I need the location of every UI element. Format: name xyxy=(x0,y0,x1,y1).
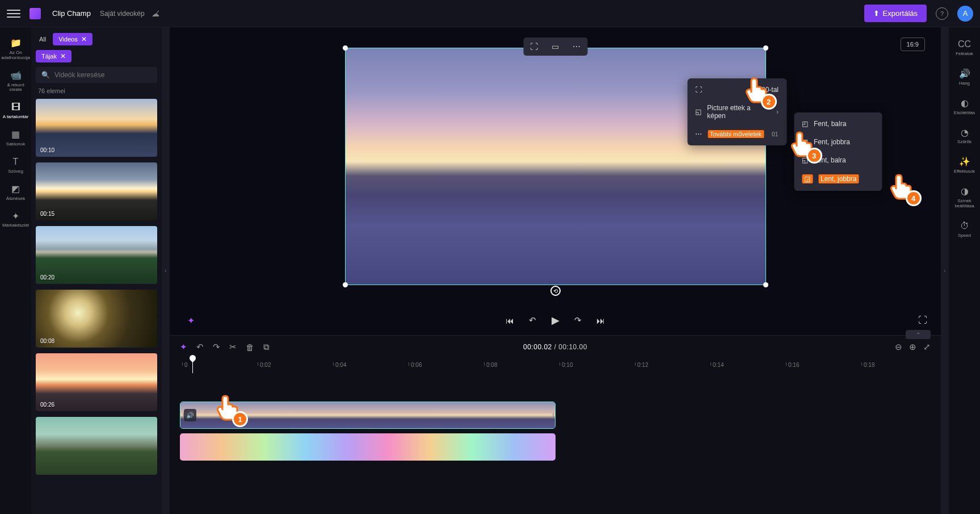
context-menu: ⛶ 900-tal ◱ Picture ettek a képen › ⋯ To… xyxy=(687,78,786,145)
media-thumbnail[interactable]: 00:20 xyxy=(36,226,157,284)
chip-videos[interactable]: Videos ✕ xyxy=(53,33,92,45)
delete-button[interactable]: 🗑 xyxy=(246,342,254,352)
chip-landscapes[interactable]: Tájak ✕ xyxy=(36,50,71,62)
rail--t-n-sek[interactable]: ◩Átúnések xyxy=(0,180,31,205)
zoom-out-button[interactable]: ⊖ xyxy=(895,342,902,352)
rail-icon: ▦ xyxy=(10,129,22,140)
timeline-ruler[interactable]: 00:020:040:060:080:100:120:140:160:18 xyxy=(180,358,941,373)
playhead[interactable] xyxy=(192,358,193,373)
rail-label: Hang xyxy=(959,81,970,86)
search-input[interactable]: 🔍 xyxy=(36,67,157,83)
play-button[interactable]: ▶ xyxy=(549,314,562,327)
rail-sz-nek-be-ll-t-sa[interactable]: ◑Színek beállítása xyxy=(949,182,980,212)
app-logo xyxy=(30,8,41,19)
media-thumbnail[interactable]: 00:15 xyxy=(36,162,157,220)
rail-effektusok[interactable]: ✨Effektusok xyxy=(949,153,980,178)
sub-bottom-left[interactable]: ◱Lent, balra xyxy=(794,151,882,169)
close-icon[interactable]: ✕ xyxy=(81,35,87,43)
media-panel: All Videos ✕ Tájak ✕ 🔍 76 elemei 00:1000… xyxy=(31,27,162,514)
skip-end-button[interactable]: ⏭ xyxy=(595,314,607,327)
timeline-expand[interactable]: ⌃ xyxy=(906,330,931,339)
skip-start-button[interactable]: ⏮ xyxy=(504,314,516,327)
rail-els-t-t-t-s[interactable]: ◐Elsötétítás xyxy=(949,94,980,119)
media-thumbnail[interactable] xyxy=(36,417,157,475)
app-name: Clip Champ xyxy=(52,9,91,18)
ai-tool[interactable]: ✦ xyxy=(180,342,187,352)
ctx-item-pip[interactable]: ◱ Picture ettek a képen › xyxy=(687,99,786,125)
zoom-fit-button[interactable]: ⤢ xyxy=(923,342,931,352)
thumbnail-duration: 00:20 xyxy=(40,274,54,281)
ai-enhance-button[interactable]: ✦ xyxy=(183,313,198,328)
upload-icon: ⬆ xyxy=(873,9,880,18)
resize-handle-br[interactable] xyxy=(763,282,768,287)
rail-speed[interactable]: ⏱Speed xyxy=(949,217,980,242)
ctx-item-more[interactable]: ⋯ További műveletek 01 xyxy=(687,125,786,143)
redo-button[interactable]: ↷ xyxy=(213,342,220,352)
search-field[interactable] xyxy=(54,71,152,79)
rail-sz-veg[interactable]: TSzöveg xyxy=(0,153,31,178)
rail-sz-r-k[interactable]: ◔Szűrők xyxy=(949,123,980,148)
media-thumbnail[interactable]: 00:08 xyxy=(36,290,157,348)
zoom-in-button[interactable]: ⊕ xyxy=(909,342,916,352)
fit-tool[interactable]: ▭ xyxy=(545,37,566,56)
video-track-clip[interactable]: || 🔊 || xyxy=(180,402,556,429)
rail-label: Effektusok xyxy=(954,169,975,174)
cut-button[interactable]: ✂ xyxy=(229,342,237,352)
resize-handle-tl[interactable] xyxy=(343,45,348,51)
ruler-tick: 0:10 xyxy=(562,362,573,368)
rail-hang[interactable]: 🔊Hang xyxy=(949,65,980,90)
undo-button[interactable]: ↶ xyxy=(196,342,204,352)
help-button[interactable]: ? xyxy=(936,7,948,20)
sub-top-right[interactable]: ◳Fent, jobbra xyxy=(794,133,882,151)
close-icon[interactable]: ✕ xyxy=(60,52,66,60)
annotation-4: 4 xyxy=(906,190,922,206)
rail-icon: ✦ xyxy=(10,210,22,222)
rail-a-tartalomt-r[interactable]: 🎞A tartalomtár xyxy=(0,98,31,123)
background-track-clip[interactable] xyxy=(180,433,556,461)
fullscreen-button[interactable]: ⛶ xyxy=(918,315,927,325)
media-thumbnail[interactable]: 00:26 xyxy=(36,353,157,411)
cloud-off-icon: ☁̸ xyxy=(152,9,159,18)
rail-sablonok[interactable]: ▦Sablonok xyxy=(0,126,31,151)
rail--amp-rekord-create[interactable]: 📹& rekord create xyxy=(0,66,31,97)
thumbnail-duration: 00:08 xyxy=(40,338,54,344)
resize-handle-bl[interactable] xyxy=(343,282,348,287)
project-name[interactable]: Saját videokép xyxy=(100,10,145,18)
resize-handle-tr[interactable] xyxy=(763,45,768,51)
ruler-tick: 0:06 xyxy=(411,362,422,368)
chip-all[interactable]: All xyxy=(36,34,49,44)
pos-icon: ◰ xyxy=(802,120,808,128)
rail-feliratok[interactable]: CCFeliratok xyxy=(949,35,980,60)
mute-icon[interactable]: 🔊 xyxy=(184,409,196,421)
ctx-item-fill[interactable]: ⛶ 900-tal xyxy=(687,81,786,99)
thumbnail-duration: 00:15 xyxy=(40,211,54,217)
sub-label: Lent, balra xyxy=(814,156,846,164)
more-tool[interactable]: ⋯ xyxy=(566,37,587,56)
ruler-tick: 0:14 xyxy=(713,362,724,368)
chip-label: Videos xyxy=(58,36,77,43)
rail-label: & rekord create xyxy=(1,83,30,93)
collapse-media-panel[interactable]: ‹ xyxy=(162,27,170,514)
crop-tool[interactable]: ⛶ xyxy=(523,37,545,56)
rail-icon: ◩ xyxy=(10,183,22,195)
rail-label: Színek beállítása xyxy=(950,199,979,209)
duplicate-button[interactable]: ⧉ xyxy=(263,342,270,352)
avatar[interactable]: A xyxy=(957,6,973,22)
sub-top-left[interactable]: ◰Fent, balra xyxy=(794,115,882,133)
forward-button[interactable]: ↷ xyxy=(572,314,584,327)
ctx-label: Picture ettek a képen xyxy=(707,104,771,120)
rail-icon: 🔊 xyxy=(959,68,970,80)
collapse-right-panel[interactable]: ‹ xyxy=(941,27,949,514)
rewind-button[interactable]: ↶ xyxy=(527,314,539,327)
thumbnail-duration: 00:26 xyxy=(40,402,54,408)
more-icon: ⋯ xyxy=(695,130,702,138)
ctx-suffix: 900-tal xyxy=(758,86,779,94)
sub-bottom-right[interactable]: ◲Lent, jobbra xyxy=(794,169,882,189)
rotate-handle[interactable]: ⟲ xyxy=(550,286,561,296)
clip-handle-right[interactable]: || xyxy=(550,402,555,428)
media-thumbnail[interactable]: 00:10 xyxy=(36,99,157,157)
rail-m-rkak-szlet[interactable]: ✦Márkakészlet xyxy=(0,207,31,232)
export-button[interactable]: ⬆ Exportálás xyxy=(864,5,927,22)
hamburger-menu[interactable] xyxy=(7,7,20,20)
rail-az-n-adathordoz-ja[interactable]: 📁Az Ön adathordozója xyxy=(0,34,31,64)
